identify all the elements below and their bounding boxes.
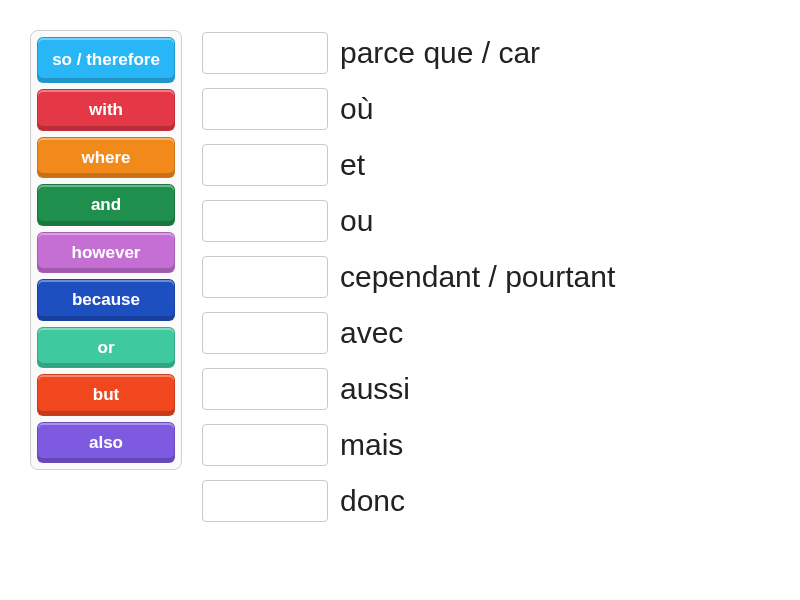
target-row: où (202, 86, 615, 132)
target-label: parce que / car (340, 38, 540, 68)
target-row: parce que / car (202, 30, 615, 76)
target-row: et (202, 142, 615, 188)
dropzone-et[interactable] (202, 144, 328, 186)
dropzone-ou[interactable] (202, 200, 328, 242)
target-label: mais (340, 430, 403, 460)
target-label: et (340, 150, 365, 180)
tile-also[interactable]: also (37, 422, 175, 464)
tile-or[interactable]: or (37, 327, 175, 369)
target-row: ou (202, 198, 615, 244)
dropzone-aussi[interactable] (202, 368, 328, 410)
tile-with[interactable]: with (37, 89, 175, 131)
target-label: cependant / pourtant (340, 262, 615, 292)
target-label: avec (340, 318, 403, 348)
tile-where[interactable]: where (37, 137, 175, 179)
dropzone-cependant[interactable] (202, 256, 328, 298)
target-row: avec (202, 310, 615, 356)
tile-because[interactable]: because (37, 279, 175, 321)
dropzone-parce-que[interactable] (202, 32, 328, 74)
dropzone-avec[interactable] (202, 312, 328, 354)
target-label: donc (340, 486, 405, 516)
target-list: parce que / car où et ou cependant / pou… (202, 30, 615, 524)
target-label: ou (340, 206, 373, 236)
tile-but[interactable]: but (37, 374, 175, 416)
tile-however[interactable]: however (37, 232, 175, 274)
tile-and[interactable]: and (37, 184, 175, 226)
matching-exercise: so / therefore with where and however be… (30, 30, 770, 524)
dropzone-donc[interactable] (202, 480, 328, 522)
target-row: mais (202, 422, 615, 468)
target-row: aussi (202, 366, 615, 412)
dropzone-mais[interactable] (202, 424, 328, 466)
target-label: où (340, 94, 373, 124)
target-label: aussi (340, 374, 410, 404)
target-row: donc (202, 478, 615, 524)
tile-so-therefore[interactable]: so / therefore (37, 37, 175, 83)
source-tile-panel: so / therefore with where and however be… (30, 30, 182, 470)
dropzone-ou-grave[interactable] (202, 88, 328, 130)
target-row: cependant / pourtant (202, 254, 615, 300)
